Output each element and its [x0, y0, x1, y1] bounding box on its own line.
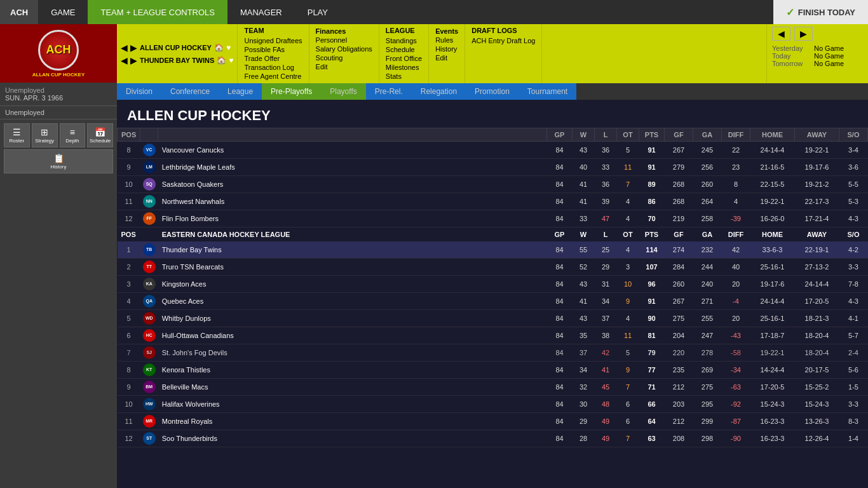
team-name-cell[interactable]: Northwest Narwhals — [158, 193, 547, 210]
team-name-cell[interactable]: Whitby Dunlops — [158, 310, 547, 327]
tab-pre-playoffs[interactable]: Pre-Playoffs — [262, 83, 321, 100]
so-cell: 3-6 — [839, 159, 868, 176]
team-name-cell[interactable]: Vancouver Canucks — [158, 142, 547, 159]
team-menu-title: TEAM — [244, 27, 302, 34]
section-ga: GA — [693, 227, 722, 242]
game-nav-btn[interactable]: GAME — [38, 0, 88, 24]
pos-cell: 12 — [118, 430, 140, 447]
home2-icon[interactable]: 🏠 — [217, 56, 226, 65]
team-name-cell[interactable]: St. John's Fog Devils — [158, 344, 547, 362]
depth-btn[interactable]: ≡ Depth — [60, 123, 86, 147]
stats-link[interactable]: Stats — [386, 72, 422, 81]
roster-btn[interactable]: ☰ Roster — [4, 123, 30, 147]
play-nav-btn[interactable]: PLAY — [295, 0, 341, 24]
logo-cell: KT — [140, 362, 158, 379]
away-cell: 15-25-2 — [795, 379, 839, 396]
standings-link[interactable]: Standings — [386, 36, 422, 45]
ga-cell: 255 — [693, 310, 722, 327]
diff-cell: -90 — [722, 430, 750, 447]
team-name-cell[interactable]: Thunder Bay Twins — [158, 241, 547, 259]
col-diff: DIFF — [722, 128, 750, 142]
team-name-cell[interactable]: Soo Thunderbirds — [158, 430, 547, 447]
pos-cell: 6 — [118, 327, 140, 344]
transaction-log-link[interactable]: Transaction Log — [244, 63, 302, 72]
rules-link[interactable]: Rules — [435, 36, 458, 44]
section-w: W — [573, 227, 595, 242]
ga-cell: 256 — [693, 159, 722, 176]
tab-playoffs[interactable]: Playoffs — [321, 83, 365, 100]
league-schedule-link[interactable]: Schedule — [386, 45, 422, 54]
fav-icon[interactable]: ♥ — [226, 43, 231, 52]
milestones-link[interactable]: Milestones — [386, 63, 422, 72]
possible-fas-link[interactable]: Possible FAs — [244, 45, 302, 54]
ot-cell: 4 — [617, 241, 639, 259]
team-name-cell[interactable]: Belleville Macs — [158, 379, 547, 396]
home-cell: 33-6-3 — [750, 241, 795, 259]
events-edit-link[interactable]: Edit — [435, 53, 458, 62]
finish-today-btn[interactable]: ✓ FINISH TODAY — [773, 0, 868, 24]
arrow-left2-icon[interactable]: ◀ — [121, 55, 128, 65]
salary-obligations-link[interactable]: Salary Obligations — [316, 44, 372, 53]
scouting-link[interactable]: Scouting — [316, 53, 372, 62]
col-home: HOME — [750, 128, 795, 142]
table-row: 10 SQ Saskatoon Quakers 84 41 36 7 89 26… — [118, 176, 868, 193]
tab-relegation[interactable]: Relegation — [412, 83, 466, 100]
team-name-cell[interactable]: Montreal Royals — [158, 413, 547, 430]
history-menu-link[interactable]: History — [435, 44, 458, 53]
diff-cell: -4 — [722, 293, 750, 310]
team-name-cell[interactable]: Quebec Aces — [158, 293, 547, 310]
tab-tournament[interactable]: Tournament — [519, 83, 576, 100]
w-cell: 32 — [573, 379, 595, 396]
so-cell: 5-3 — [839, 193, 868, 210]
strategy-btn[interactable]: ⊞ Strategy — [32, 123, 58, 147]
team-name-cell[interactable]: Hull-Ottawa Canadians — [158, 327, 547, 344]
unsigned-draftees-link[interactable]: Unsigned Draftees — [244, 36, 302, 45]
team-name-cell[interactable]: Halifax Wolverines — [158, 396, 547, 413]
events-link[interactable]: Events — [435, 27, 458, 36]
section-header: POS EASTERN CANADA HOCKEY LEAGUE GP W L … — [118, 227, 868, 242]
schedule-btn[interactable]: 📅 Schedule — [87, 123, 113, 147]
gp-cell: 84 — [547, 276, 573, 293]
free-agent-centre-link[interactable]: Free Agent Centre — [244, 72, 302, 81]
thunder-bay-link[interactable]: THUNDER BAY TWINS — [140, 57, 214, 64]
table-row: 12 FF Flin Flon Bombers 84 33 47 4 70 21… — [118, 210, 868, 227]
prev-btn[interactable]: ◀ — [772, 27, 790, 41]
front-office-link[interactable]: Front Office — [386, 54, 422, 63]
gf-cell: 268 — [665, 176, 693, 193]
today-label: Today — [772, 52, 810, 60]
ach-nav-btn[interactable]: ACH — [0, 0, 38, 24]
home-icon[interactable]: 🏠 — [214, 43, 224, 52]
team-league-nav-btn[interactable]: TEAM + LEAGUE CONTROLS — [88, 0, 227, 24]
trade-offer-link[interactable]: Trade Offer — [244, 54, 302, 63]
gp-cell: 84 — [547, 259, 573, 276]
team-name-cell[interactable]: Kingston Aces — [158, 276, 547, 293]
so-cell: 2-4 — [839, 344, 868, 362]
tab-pre-rel[interactable]: Pre-Rel. — [366, 83, 412, 100]
finances-edit-link[interactable]: Edit — [316, 62, 372, 71]
team-name-cell[interactable]: Flin Flon Bombers — [158, 210, 547, 227]
allen-cup-link[interactable]: ALLEN CUP HOCKEY — [140, 44, 212, 51]
next-btn[interactable]: ▶ — [794, 27, 813, 41]
manager-nav-btn[interactable]: MANAGER — [227, 0, 295, 24]
tab-league[interactable]: League — [219, 83, 262, 100]
ach-entry-draft-link[interactable]: ACH Entry Draft Log — [471, 36, 535, 45]
history-btn[interactable]: 📋 History — [4, 149, 113, 173]
tab-division[interactable]: Division — [117, 83, 161, 100]
ga-cell: 244 — [693, 259, 722, 276]
tab-promotion[interactable]: Promotion — [466, 83, 519, 100]
team-name-cell[interactable]: Lethbridge Maple Leafs — [158, 159, 547, 176]
ot-cell: 5 — [617, 142, 639, 159]
personnel-link[interactable]: Personnel — [316, 36, 372, 44]
team-name-cell[interactable]: Saskatoon Quakers — [158, 176, 547, 193]
tab-conference[interactable]: Conference — [161, 83, 219, 100]
team-name-cell[interactable]: Truro TSN Bearcats — [158, 259, 547, 276]
table-row: 8 KT Kenora Thistles 84 34 41 9 77 235 2… — [118, 362, 868, 379]
arrow-left-icon[interactable]: ◀ — [121, 43, 128, 53]
arrow-right2-icon[interactable]: ▶ — [130, 55, 137, 65]
finances-link[interactable]: Finances — [316, 27, 372, 36]
fav2-icon[interactable]: ♥ — [229, 56, 233, 65]
team-name-cell[interactable]: Kenora Thistles — [158, 362, 547, 379]
arrow-right-icon[interactable]: ▶ — [130, 43, 137, 53]
home-cell: 16-26-0 — [750, 210, 795, 227]
diff-cell: -87 — [722, 413, 750, 430]
